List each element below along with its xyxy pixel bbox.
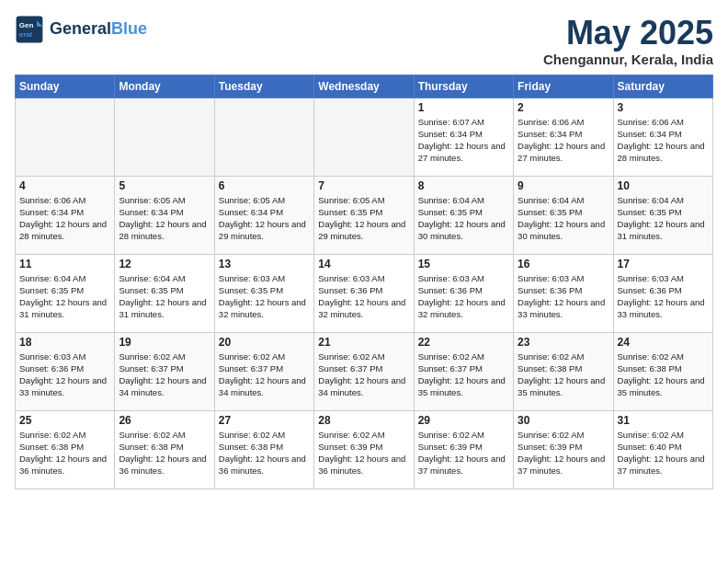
day-number: 30 — [518, 414, 609, 427]
sunset-label: Sunset: 6:35 PM — [19, 285, 84, 295]
sunrise-label: Sunrise: 6:02 AM — [618, 351, 684, 362]
calendar-cell: 6Sunrise: 6:05 AMSunset: 6:34 PMDaylight… — [214, 176, 313, 254]
daylight-label: Daylight: 12 hours and 31 minutes. — [19, 297, 107, 319]
calendar-cell: 2Sunrise: 6:06 AMSunset: 6:34 PMDaylight… — [514, 98, 613, 176]
day-info: Sunrise: 6:03 AMSunset: 6:36 PMDaylight:… — [19, 350, 110, 399]
calendar-cell — [214, 98, 313, 176]
title-block: May 2025 Chengannur, Kerala, India — [543, 15, 713, 67]
daylight-label: Daylight: 12 hours and 28 minutes. — [119, 219, 206, 241]
sunset-label: Sunset: 6:37 PM — [318, 363, 382, 373]
day-info: Sunrise: 6:04 AMSunset: 6:35 PMDaylight:… — [418, 194, 509, 243]
sunrise-label: Sunrise: 6:04 AM — [518, 195, 584, 205]
day-info: Sunrise: 6:02 AMSunset: 6:39 PMDaylight:… — [318, 429, 409, 477]
daylight-label: Daylight: 12 hours and 37 minutes. — [418, 454, 506, 476]
sunrise-label: Sunrise: 6:03 AM — [418, 273, 484, 283]
week-row-3: 11Sunrise: 6:04 AMSunset: 6:35 PMDayligh… — [16, 254, 713, 332]
daylight-label: Daylight: 12 hours and 30 minutes. — [418, 219, 506, 241]
day-info: Sunrise: 6:02 AMSunset: 6:40 PMDaylight:… — [618, 429, 709, 477]
sunrise-label: Sunrise: 6:03 AM — [19, 351, 85, 362]
daylight-label: Daylight: 12 hours and 34 minutes. — [318, 375, 405, 397]
sunrise-label: Sunrise: 6:02 AM — [318, 430, 384, 440]
calendar-cell: 8Sunrise: 6:04 AMSunset: 6:35 PMDaylight… — [414, 176, 513, 254]
calendar-cell: 12Sunrise: 6:04 AMSunset: 6:35 PMDayligh… — [115, 254, 214, 332]
day-number: 25 — [19, 414, 110, 427]
day-info: Sunrise: 6:02 AMSunset: 6:37 PMDaylight:… — [418, 350, 509, 399]
calendar-cell: 18Sunrise: 6:03 AMSunset: 6:36 PMDayligh… — [16, 332, 115, 410]
daylight-label: Daylight: 12 hours and 31 minutes. — [618, 219, 705, 241]
week-row-5: 25Sunrise: 6:02 AMSunset: 6:38 PMDayligh… — [16, 410, 713, 488]
sunrise-label: Sunrise: 6:05 AM — [318, 195, 384, 205]
sunset-label: Sunset: 6:34 PM — [19, 207, 84, 217]
day-number: 24 — [618, 336, 709, 349]
day-number: 28 — [318, 414, 409, 427]
sunset-label: Sunset: 6:35 PM — [618, 207, 682, 217]
day-number: 27 — [219, 414, 310, 427]
sunrise-label: Sunrise: 6:02 AM — [119, 351, 185, 362]
daylight-label: Daylight: 12 hours and 29 minutes. — [318, 219, 405, 241]
sunrise-label: Sunrise: 6:04 AM — [618, 195, 684, 205]
daylight-label: Daylight: 12 hours and 35 minutes. — [618, 375, 705, 397]
day-info: Sunrise: 6:02 AMSunset: 6:38 PMDaylight:… — [518, 350, 609, 399]
sunrise-label: Sunrise: 6:05 AM — [119, 195, 185, 205]
day-number: 4 — [19, 179, 110, 192]
sunrise-label: Sunrise: 6:03 AM — [518, 273, 584, 283]
calendar-cell: 19Sunrise: 6:02 AMSunset: 6:37 PMDayligh… — [115, 332, 214, 410]
day-info: Sunrise: 6:05 AMSunset: 6:34 PMDaylight:… — [119, 194, 210, 243]
daylight-label: Daylight: 12 hours and 33 minutes. — [19, 375, 107, 397]
sunset-label: Sunset: 6:38 PM — [19, 442, 84, 452]
day-number: 26 — [119, 414, 210, 427]
weekday-header-tuesday: Tuesday — [214, 75, 313, 98]
sunset-label: Sunset: 6:36 PM — [618, 285, 682, 295]
daylight-label: Daylight: 12 hours and 33 minutes. — [518, 297, 605, 319]
sunset-label: Sunset: 6:37 PM — [418, 363, 483, 373]
sunrise-label: Sunrise: 6:06 AM — [518, 117, 584, 127]
sunset-label: Sunset: 6:35 PM — [119, 285, 183, 295]
day-number: 29 — [418, 414, 509, 427]
daylight-label: Daylight: 12 hours and 28 minutes. — [618, 141, 705, 163]
weekday-header-friday: Friday — [514, 75, 613, 98]
daylight-label: Daylight: 12 hours and 31 minutes. — [119, 297, 206, 319]
day-info: Sunrise: 6:04 AMSunset: 6:35 PMDaylight:… — [618, 194, 709, 243]
sunset-label: Sunset: 6:35 PM — [318, 207, 382, 217]
calendar-cell: 25Sunrise: 6:02 AMSunset: 6:38 PMDayligh… — [16, 410, 115, 488]
sunrise-label: Sunrise: 6:02 AM — [518, 430, 584, 440]
weekday-header-row: SundayMondayTuesdayWednesdayThursdayFrid… — [16, 75, 713, 98]
calendar-table: SundayMondayTuesdayWednesdayThursdayFrid… — [15, 75, 713, 489]
svg-text:eral: eral — [19, 30, 32, 39]
day-info: Sunrise: 6:06 AMSunset: 6:34 PMDaylight:… — [618, 116, 709, 165]
calendar-cell: 17Sunrise: 6:03 AMSunset: 6:36 PMDayligh… — [613, 254, 712, 332]
daylight-label: Daylight: 12 hours and 36 minutes. — [19, 454, 107, 476]
sunrise-label: Sunrise: 6:02 AM — [518, 351, 584, 362]
day-number: 6 — [219, 179, 310, 192]
sunrise-label: Sunrise: 6:02 AM — [418, 351, 484, 362]
day-number: 19 — [119, 336, 210, 349]
day-info: Sunrise: 6:04 AMSunset: 6:35 PMDaylight:… — [119, 272, 210, 321]
calendar-cell: 13Sunrise: 6:03 AMSunset: 6:35 PMDayligh… — [214, 254, 313, 332]
day-info: Sunrise: 6:02 AMSunset: 6:38 PMDaylight:… — [119, 429, 210, 477]
day-number: 2 — [518, 101, 609, 114]
day-info: Sunrise: 6:02 AMSunset: 6:37 PMDaylight:… — [219, 350, 310, 399]
day-number: 11 — [19, 258, 110, 270]
sunset-label: Sunset: 6:36 PM — [418, 285, 483, 295]
day-number: 14 — [318, 258, 409, 270]
location: Chengannur, Kerala, India — [543, 52, 713, 67]
sunset-label: Sunset: 6:39 PM — [418, 442, 483, 452]
sunrise-label: Sunrise: 6:02 AM — [219, 430, 285, 440]
sunset-label: Sunset: 6:39 PM — [318, 442, 382, 452]
sunset-label: Sunset: 6:35 PM — [219, 285, 283, 295]
sunrise-label: Sunrise: 6:04 AM — [119, 273, 185, 283]
calendar-header: SundayMondayTuesdayWednesdayThursdayFrid… — [16, 75, 713, 98]
calendar-cell: 1Sunrise: 6:07 AMSunset: 6:34 PMDaylight… — [414, 98, 513, 176]
sunrise-label: Sunrise: 6:02 AM — [318, 351, 384, 362]
sunset-label: Sunset: 6:38 PM — [518, 363, 582, 373]
day-number: 17 — [618, 258, 709, 270]
calendar-cell: 21Sunrise: 6:02 AMSunset: 6:37 PMDayligh… — [314, 332, 414, 410]
day-info: Sunrise: 6:03 AMSunset: 6:36 PMDaylight:… — [618, 272, 709, 321]
day-info: Sunrise: 6:04 AMSunset: 6:35 PMDaylight:… — [518, 194, 609, 243]
calendar-cell: 5Sunrise: 6:05 AMSunset: 6:34 PMDaylight… — [115, 176, 214, 254]
daylight-label: Daylight: 12 hours and 32 minutes. — [219, 297, 306, 319]
sunset-label: Sunset: 6:36 PM — [518, 285, 582, 295]
calendar-cell: 3Sunrise: 6:06 AMSunset: 6:34 PMDaylight… — [613, 98, 712, 176]
sunrise-label: Sunrise: 6:04 AM — [19, 273, 85, 283]
sunrise-label: Sunrise: 6:02 AM — [418, 430, 484, 440]
